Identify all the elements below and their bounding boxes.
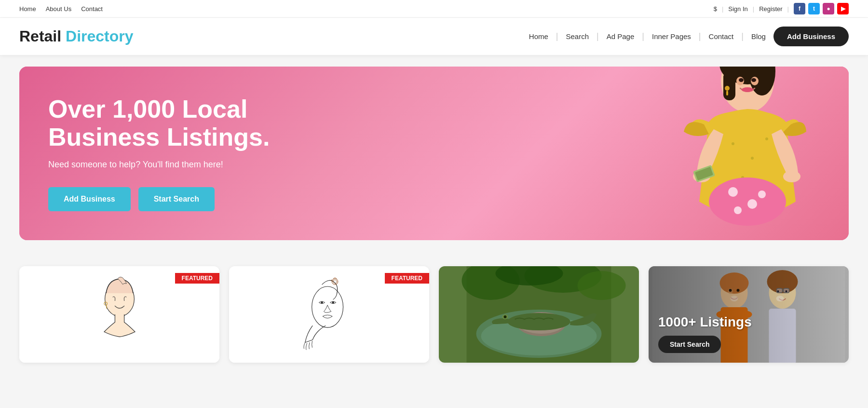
nav-search[interactable]: Search (561, 29, 594, 43)
svg-point-9 (725, 86, 730, 91)
twitter-icon[interactable]: t (808, 3, 820, 14)
svg-point-7 (751, 78, 756, 82)
topbar-contact[interactable]: Contact (81, 5, 103, 13)
topbar-about[interactable]: About Us (46, 5, 71, 13)
svg-point-6 (739, 78, 744, 82)
nav-adpage[interactable]: Ad Page (602, 29, 639, 43)
card-2: FEATURED (229, 266, 429, 363)
svg-point-44 (504, 315, 507, 318)
svg-point-17 (783, 171, 800, 182)
svg-point-21 (734, 206, 742, 214)
nav-home[interactable]: Home (524, 29, 553, 43)
hero-content: Over 1,000 Local Business Listings. Need… (19, 71, 357, 235)
nav-blog[interactable]: Blog (746, 29, 771, 43)
hero-start-search-button[interactable]: Start Search (138, 187, 215, 211)
top-bar: Home About Us Contact $ | Sign In | Regi… (0, 0, 868, 18)
topbar-links: Home About Us Contact (19, 5, 103, 13)
nav-innerpages[interactable]: Inner Pages (647, 29, 696, 43)
youtube-icon[interactable]: ▶ (837, 3, 849, 14)
main-nav: Retail Directory Home | Search | Ad Page… (0, 18, 868, 55)
nav-divider-2: | (597, 31, 599, 41)
divider-1: | (722, 5, 723, 13)
card-start-search-button[interactable]: Start Search (658, 336, 721, 353)
nav-divider-1: | (556, 31, 558, 41)
divider-2: | (753, 5, 754, 13)
nav-divider-5: | (741, 31, 744, 41)
svg-rect-10 (726, 91, 728, 95)
social-icons: f t ● ▶ (794, 3, 849, 14)
nav-links: Home | Search | Ad Page | Inner Pages | … (524, 27, 849, 46)
logo: Retail Directory (19, 27, 134, 45)
svg-point-28 (332, 279, 338, 285)
logo-directory: Directory (66, 27, 134, 45)
svg-point-42 (508, 313, 570, 330)
svg-point-20 (747, 199, 757, 209)
hero-section: Over 1,000 Local Business Listings. Need… (19, 67, 849, 240)
add-business-button[interactable]: Add Business (773, 27, 849, 46)
svg-point-36 (578, 271, 626, 300)
nav-divider-4: | (699, 31, 701, 41)
svg-point-18 (709, 177, 786, 226)
featured-badge-2: FEATURED (385, 273, 429, 284)
svg-rect-3 (723, 71, 735, 100)
svg-point-19 (728, 187, 738, 197)
currency-symbol: $ (714, 5, 717, 13)
topbar-right: $ | Sign In | Register | f t ● ▶ (714, 3, 849, 14)
card-4: 1000+ Listings Start Search (649, 266, 849, 363)
logo-retail: Retail (19, 27, 61, 45)
card-4-title: 1000+ Listings (658, 314, 752, 330)
topbar-home[interactable]: Home (19, 5, 36, 13)
hero-add-business-button[interactable]: Add Business (48, 187, 131, 211)
hero-buttons: Add Business Start Search (48, 187, 328, 211)
svg-point-31 (321, 301, 323, 304)
register-link[interactable]: Register (759, 5, 782, 13)
svg-point-8 (742, 87, 753, 92)
card-3 (439, 266, 639, 363)
facebook-icon[interactable]: f (794, 3, 805, 14)
featured-badge-1: FEATURED (175, 273, 219, 284)
card-1: FEATURED (19, 266, 219, 363)
signin-link[interactable]: Sign In (728, 5, 747, 13)
svg-point-30 (312, 286, 343, 327)
hero-subtitle: Need someone to help? You'll find them h… (48, 160, 328, 170)
hero-image (393, 67, 849, 240)
nav-contact[interactable]: Contact (704, 29, 739, 43)
svg-point-12 (732, 142, 734, 145)
svg-point-15 (765, 137, 768, 140)
svg-point-22 (758, 190, 766, 198)
cards-section: FEATURED (0, 252, 868, 377)
svg-point-32 (332, 301, 334, 304)
nav-divider-3: | (642, 31, 644, 41)
instagram-icon[interactable]: ● (823, 3, 834, 14)
divider-3: | (787, 5, 789, 13)
card-4-overlay: 1000+ Listings Start Search (649, 266, 849, 363)
card-3-image (439, 266, 639, 363)
hero-title: Over 1,000 Local Business Listings. (48, 95, 328, 150)
svg-point-13 (751, 157, 754, 160)
